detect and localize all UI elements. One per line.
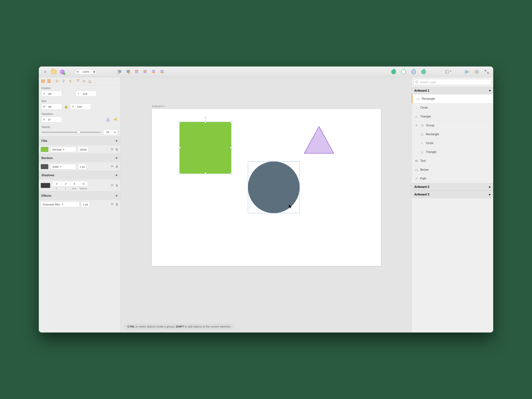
- resize-handle[interactable]: [204, 172, 206, 174]
- rotation-input[interactable]: R0°: [41, 117, 62, 122]
- resize-handle[interactable]: [230, 172, 232, 174]
- arrange-tool-3[interactable]: [150, 69, 157, 75]
- layer-group[interactable]: ▾🗀Group: [412, 121, 493, 130]
- add-fill-button[interactable]: +: [115, 139, 118, 143]
- arrange-tool-4[interactable]: [159, 69, 165, 75]
- settings-button[interactable]: [474, 69, 480, 75]
- chevron-right-icon: ▸: [489, 185, 491, 189]
- eye-icon[interactable]: 👁: [111, 165, 114, 168]
- layer-triangle[interactable]: △Triangle: [412, 148, 493, 157]
- layer-triangle[interactable]: △Triangle: [412, 112, 493, 121]
- triangle-icon: △: [420, 150, 424, 154]
- svg-rect-12: [144, 72, 146, 73]
- boolean-difference[interactable]: [420, 69, 427, 75]
- align-tool-1[interactable]: [116, 69, 123, 75]
- dist-v-button[interactable]: [47, 79, 51, 83]
- boolean-subtract[interactable]: [400, 69, 407, 75]
- add-effect-button[interactable]: +: [115, 193, 118, 198]
- eye-icon[interactable]: 👁: [111, 148, 114, 151]
- h-input[interactable]: H124: [70, 104, 91, 109]
- opacity-slider[interactable]: [41, 132, 101, 133]
- effect-dropdown[interactable]: Guassian Blur: [41, 202, 79, 207]
- layer-rectangle[interactable]: ▢Rectangle: [412, 94, 493, 103]
- boolean-union[interactable]: [391, 69, 397, 75]
- zoom-out-button[interactable]: [75, 69, 80, 75]
- align-left-button[interactable]: [55, 79, 60, 83]
- boolean-intersect[interactable]: [411, 69, 417, 75]
- svg-point-3: [118, 70, 121, 73]
- dist-h-button[interactable]: [41, 79, 45, 83]
- artboard-header[interactable]: Artboard 1▾: [412, 87, 493, 94]
- inspector-panel: Position X44 Y124 Size W44 🔒 H124 Transf…: [39, 77, 120, 332]
- fill-opacity-input[interactable]: 100%: [78, 147, 88, 152]
- trash-icon[interactable]: 🗑: [115, 148, 118, 151]
- eye-icon[interactable]: 👁: [111, 203, 114, 206]
- add-shadow-button[interactable]: +: [115, 173, 118, 178]
- add-border-button[interactable]: +: [115, 156, 118, 160]
- new-doc-button[interactable]: [59, 69, 65, 75]
- arrange-tool-2[interactable]: [142, 69, 148, 75]
- layer-search-input[interactable]: Search Layer: [414, 79, 491, 85]
- y-input[interactable]: Y124: [76, 91, 96, 97]
- border-width-input[interactable]: 1 px: [78, 164, 86, 169]
- align-right-button[interactable]: [67, 79, 72, 83]
- effect-value-input[interactable]: 1 px: [81, 202, 90, 207]
- align-tool-2[interactable]: [125, 69, 131, 75]
- border-swatch[interactable]: [41, 164, 48, 169]
- fullscreen-button[interactable]: [484, 69, 490, 75]
- resize-handle[interactable]: [230, 121, 232, 123]
- shape-triangle[interactable]: [303, 126, 335, 155]
- align-top-button[interactable]: [76, 79, 81, 83]
- shadow-swatch[interactable]: [41, 183, 50, 188]
- open-button[interactable]: [51, 69, 57, 75]
- close-button[interactable]: ×: [42, 69, 48, 75]
- align-bottom-button[interactable]: [88, 79, 92, 83]
- zoom-value[interactable]: 100%: [80, 70, 91, 73]
- flip-h-icon[interactable]: [106, 117, 111, 122]
- opacity-input[interactable]: 75%: [103, 129, 118, 135]
- svg-point-60: [417, 171, 418, 171]
- resize-handle[interactable]: [179, 172, 181, 174]
- path-icon: [414, 177, 418, 180]
- border-style-dropdown[interactable]: Solid: [50, 164, 76, 169]
- w-input[interactable]: W44: [41, 104, 62, 109]
- artboard-label[interactable]: Artboard 1: [152, 105, 165, 108]
- layout-button[interactable]: [445, 69, 451, 75]
- svg-marker-52: [106, 118, 108, 121]
- fill-blend-dropdown[interactable]: Normal: [50, 147, 76, 152]
- eye-icon[interactable]: 👁: [111, 184, 114, 187]
- align-vcenter-button[interactable]: [82, 79, 86, 83]
- svg-rect-45: [78, 80, 79, 82]
- resize-handle[interactable]: [179, 147, 181, 149]
- layer-bezier[interactable]: Bezier: [412, 165, 493, 174]
- rotate-handle[interactable]: [204, 117, 206, 118]
- shape-rectangle[interactable]: [180, 122, 231, 174]
- trash-icon[interactable]: 🗑: [115, 184, 118, 187]
- layer-path[interactable]: Path: [412, 174, 493, 183]
- canvas-area[interactable]: Artboard 1: [120, 77, 412, 332]
- resize-handle[interactable]: [179, 121, 181, 123]
- layer-circle[interactable]: ○Circle: [412, 139, 493, 148]
- fill-swatch[interactable]: [41, 147, 48, 152]
- align-vcenter-icon: [82, 79, 86, 83]
- shadow-inputs[interactable]: 0 2 5 0: [52, 181, 88, 187]
- arrange-tool-1[interactable]: [133, 69, 140, 75]
- layer-rectangle[interactable]: ▢Rectangle: [412, 130, 493, 139]
- artboard[interactable]: [152, 109, 381, 266]
- align-hcenter-button[interactable]: [61, 79, 66, 83]
- align-hcenter-icon: [62, 79, 66, 83]
- folder-icon: 🗀: [420, 124, 424, 127]
- export-button[interactable]: [464, 69, 470, 75]
- resize-handle[interactable]: [230, 147, 232, 149]
- flip-v-icon[interactable]: [113, 117, 118, 122]
- zoom-in-button[interactable]: [91, 69, 97, 75]
- trash-icon[interactable]: 🗑: [115, 203, 118, 206]
- artboard-header[interactable]: Artboard 2▸: [412, 183, 493, 191]
- x-input[interactable]: X44: [41, 91, 62, 97]
- lock-icon[interactable]: 🔒: [64, 105, 68, 108]
- layer-text[interactable]: Text: [412, 157, 493, 165]
- layer-circle[interactable]: ○Circle: [412, 103, 493, 112]
- resize-handle[interactable]: [204, 121, 206, 123]
- artboard-header[interactable]: Artboard 3▸: [412, 191, 493, 198]
- trash-icon[interactable]: 🗑: [115, 165, 118, 168]
